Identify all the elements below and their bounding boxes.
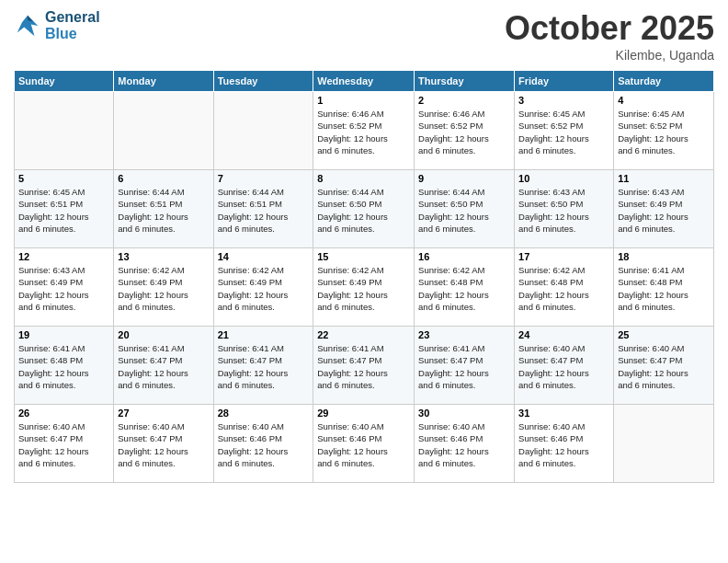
logo-text: General Blue: [45, 9, 100, 42]
table-row: 19Sunrise: 6:41 AMSunset: 6:48 PMDayligh…: [15, 327, 114, 405]
day-number: 21: [218, 329, 310, 340]
day-info: Sunrise: 6:45 AMSunset: 6:51 PMDaylight:…: [18, 186, 109, 235]
col-sunday: Sunday: [15, 71, 114, 92]
day-info: Sunrise: 6:41 AMSunset: 6:48 PMDaylight:…: [18, 342, 109, 391]
day-info: Sunrise: 6:45 AMSunset: 6:52 PMDaylight:…: [518, 108, 609, 156]
table-row: [114, 92, 213, 170]
calendar-week-4: 26Sunrise: 6:40 AMSunset: 6:47 PMDayligh…: [15, 405, 714, 483]
day-info: Sunrise: 6:40 AMSunset: 6:46 PMDaylight:…: [518, 420, 609, 469]
table-row: 5Sunrise: 6:45 AMSunset: 6:51 PMDaylight…: [15, 170, 114, 248]
day-info: Sunrise: 6:41 AMSunset: 6:47 PMDaylight:…: [118, 342, 209, 391]
day-info: Sunrise: 6:40 AMSunset: 6:47 PMDaylight:…: [118, 420, 209, 469]
col-tuesday: Tuesday: [213, 71, 313, 92]
location-subtitle: Kilembe, Uganda: [505, 48, 714, 63]
table-row: 30Sunrise: 6:40 AMSunset: 6:46 PMDayligh…: [415, 405, 515, 483]
table-row: 6Sunrise: 6:44 AMSunset: 6:51 PMDaylight…: [114, 170, 213, 248]
day-info: Sunrise: 6:42 AMSunset: 6:49 PMDaylight:…: [317, 264, 410, 313]
day-number: 27: [118, 408, 209, 419]
day-number: 19: [18, 329, 109, 340]
table-row: 18Sunrise: 6:41 AMSunset: 6:48 PMDayligh…: [614, 248, 714, 327]
table-row: 27Sunrise: 6:40 AMSunset: 6:47 PMDayligh…: [114, 405, 213, 483]
day-number: 31: [518, 408, 609, 419]
day-info: Sunrise: 6:42 AMSunset: 6:49 PMDaylight:…: [218, 264, 310, 313]
logo: General Blue: [14, 9, 100, 42]
table-row: 21Sunrise: 6:41 AMSunset: 6:47 PMDayligh…: [213, 327, 313, 405]
day-info: Sunrise: 6:42 AMSunset: 6:48 PMDaylight:…: [418, 264, 510, 313]
table-row: 22Sunrise: 6:41 AMSunset: 6:47 PMDayligh…: [313, 327, 415, 405]
day-info: Sunrise: 6:40 AMSunset: 6:47 PMDaylight:…: [18, 420, 109, 469]
day-info: Sunrise: 6:43 AMSunset: 6:50 PMDaylight:…: [518, 186, 609, 235]
table-row: 24Sunrise: 6:40 AMSunset: 6:47 PMDayligh…: [515, 327, 614, 405]
table-row: 11Sunrise: 6:43 AMSunset: 6:49 PMDayligh…: [614, 170, 714, 248]
day-number: 17: [518, 251, 609, 262]
day-number: 24: [518, 329, 609, 340]
table-row: 16Sunrise: 6:42 AMSunset: 6:48 PMDayligh…: [415, 248, 515, 327]
day-number: 3: [518, 95, 609, 106]
table-row: [213, 92, 313, 170]
table-row: 12Sunrise: 6:43 AMSunset: 6:49 PMDayligh…: [15, 248, 114, 327]
day-info: Sunrise: 6:41 AMSunset: 6:48 PMDaylight:…: [618, 264, 710, 313]
day-number: 28: [218, 408, 310, 419]
table-row: 29Sunrise: 6:40 AMSunset: 6:46 PMDayligh…: [313, 405, 415, 483]
day-number: 15: [317, 251, 410, 262]
table-row: 10Sunrise: 6:43 AMSunset: 6:50 PMDayligh…: [515, 170, 614, 248]
day-number: 14: [218, 251, 310, 262]
table-row: 31Sunrise: 6:40 AMSunset: 6:46 PMDayligh…: [515, 405, 614, 483]
day-number: 13: [118, 251, 209, 262]
title-block: October 2025 Kilembe, Uganda: [505, 9, 714, 63]
day-info: Sunrise: 6:43 AMSunset: 6:49 PMDaylight:…: [618, 186, 710, 235]
day-info: Sunrise: 6:41 AMSunset: 6:47 PMDaylight:…: [418, 342, 510, 391]
day-number: 2: [418, 95, 510, 106]
day-number: 29: [317, 408, 410, 419]
day-info: Sunrise: 6:40 AMSunset: 6:47 PMDaylight:…: [618, 342, 710, 391]
day-number: 25: [618, 329, 710, 340]
day-number: 8: [317, 173, 410, 184]
day-info: Sunrise: 6:40 AMSunset: 6:47 PMDaylight:…: [518, 342, 609, 391]
header: General Blue October 2025 Kilembe, Ugand…: [14, 9, 714, 63]
col-thursday: Thursday: [415, 71, 515, 92]
table-row: 17Sunrise: 6:42 AMSunset: 6:48 PMDayligh…: [515, 248, 614, 327]
calendar-table: Sunday Monday Tuesday Wednesday Thursday…: [14, 70, 714, 483]
day-number: 10: [518, 173, 609, 184]
table-row: 4Sunrise: 6:45 AMSunset: 6:52 PMDaylight…: [614, 92, 714, 170]
day-info: Sunrise: 6:40 AMSunset: 6:46 PMDaylight:…: [218, 420, 310, 469]
calendar-week-0: 1Sunrise: 6:46 AMSunset: 6:52 PMDaylight…: [15, 92, 714, 170]
day-info: Sunrise: 6:45 AMSunset: 6:52 PMDaylight:…: [618, 108, 710, 156]
col-friday: Friday: [515, 71, 614, 92]
day-number: 23: [418, 329, 510, 340]
day-number: 12: [18, 251, 109, 262]
day-number: 30: [418, 408, 510, 419]
day-number: 22: [317, 329, 410, 340]
col-monday: Monday: [114, 71, 213, 92]
day-number: 20: [118, 329, 209, 340]
day-info: Sunrise: 6:46 AMSunset: 6:52 PMDaylight:…: [418, 108, 510, 156]
logo-icon: [14, 12, 41, 40]
day-info: Sunrise: 6:41 AMSunset: 6:47 PMDaylight:…: [317, 342, 410, 391]
day-info: Sunrise: 6:42 AMSunset: 6:49 PMDaylight:…: [118, 264, 209, 313]
calendar-week-1: 5Sunrise: 6:45 AMSunset: 6:51 PMDaylight…: [15, 170, 714, 248]
table-row: 2Sunrise: 6:46 AMSunset: 6:52 PMDaylight…: [415, 92, 515, 170]
table-row: 3Sunrise: 6:45 AMSunset: 6:52 PMDaylight…: [515, 92, 614, 170]
day-info: Sunrise: 6:43 AMSunset: 6:49 PMDaylight:…: [18, 264, 109, 313]
day-info: Sunrise: 6:42 AMSunset: 6:48 PMDaylight:…: [518, 264, 609, 313]
day-number: 1: [317, 95, 410, 106]
table-row: 25Sunrise: 6:40 AMSunset: 6:47 PMDayligh…: [614, 327, 714, 405]
day-info: Sunrise: 6:44 AMSunset: 6:50 PMDaylight:…: [317, 186, 410, 235]
table-row: 26Sunrise: 6:40 AMSunset: 6:47 PMDayligh…: [15, 405, 114, 483]
page: General Blue October 2025 Kilembe, Ugand…: [0, 0, 728, 563]
table-row: [614, 405, 714, 483]
calendar-header-row: Sunday Monday Tuesday Wednesday Thursday…: [15, 71, 714, 92]
day-info: Sunrise: 6:41 AMSunset: 6:47 PMDaylight:…: [218, 342, 310, 391]
day-number: 18: [618, 251, 710, 262]
day-info: Sunrise: 6:44 AMSunset: 6:50 PMDaylight:…: [418, 186, 510, 235]
table-row: [15, 92, 114, 170]
table-row: 8Sunrise: 6:44 AMSunset: 6:50 PMDaylight…: [313, 170, 415, 248]
table-row: 9Sunrise: 6:44 AMSunset: 6:50 PMDaylight…: [415, 170, 515, 248]
day-number: 5: [18, 173, 109, 184]
day-number: 26: [18, 408, 109, 419]
calendar-week-3: 19Sunrise: 6:41 AMSunset: 6:48 PMDayligh…: [15, 327, 714, 405]
table-row: 7Sunrise: 6:44 AMSunset: 6:51 PMDaylight…: [213, 170, 313, 248]
day-info: Sunrise: 6:40 AMSunset: 6:46 PMDaylight:…: [317, 420, 410, 469]
table-row: 20Sunrise: 6:41 AMSunset: 6:47 PMDayligh…: [114, 327, 213, 405]
day-info: Sunrise: 6:44 AMSunset: 6:51 PMDaylight:…: [118, 186, 209, 235]
